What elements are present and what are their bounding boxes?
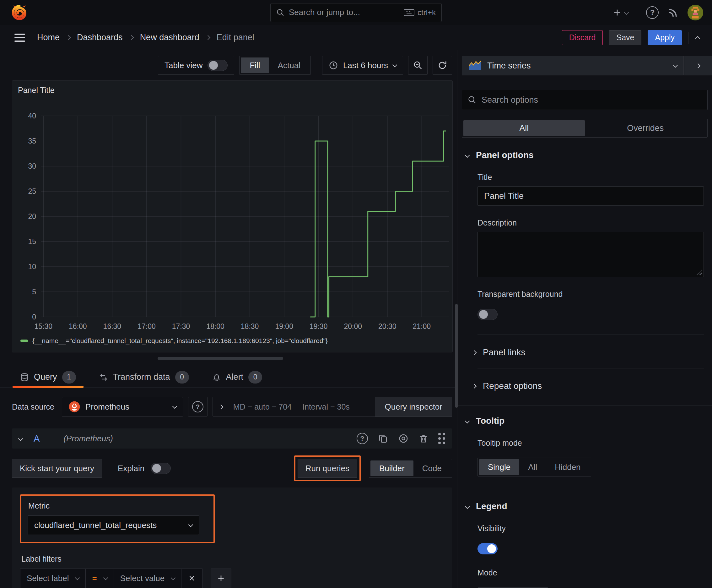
chevron-down-icon	[188, 522, 193, 527]
select-value-dropdown[interactable]: Select value	[114, 569, 182, 588]
fill-option[interactable]: Fill	[241, 58, 269, 73]
options-search-input[interactable]: Search options	[462, 90, 708, 110]
run-queries-button[interactable]: Run queries	[298, 459, 357, 478]
query-datasource-name: (Prometheus)	[63, 434, 113, 443]
chart-panel[interactable]: Panel Title 051015202530354015:3016:0016…	[12, 80, 453, 352]
legend-visibility-toggle[interactable]	[477, 543, 498, 554]
save-button[interactable]: Save	[609, 30, 641, 45]
query-options-bar: MD = auto = 704 Interval = 30s Query ins…	[213, 397, 452, 417]
chevron-down-icon	[465, 504, 470, 509]
toggle-viz-picker-button[interactable]	[684, 56, 712, 76]
tooltip-hidden-option[interactable]: Hidden	[546, 459, 589, 475]
svg-text:15: 15	[28, 237, 36, 246]
grafana-logo-icon[interactable]	[11, 4, 28, 21]
transparent-background-toggle[interactable]	[477, 309, 498, 320]
add-filter-button[interactable]	[211, 569, 231, 588]
legend-series-label[interactable]: {__name__="cloudflared_tunnel_total_requ…	[33, 337, 328, 344]
kickstart-query-button[interactable]: Kick start your query	[12, 459, 102, 478]
tooltip-all-option[interactable]: All	[519, 459, 546, 475]
select-label-dropdown[interactable]: Select label	[20, 569, 86, 588]
tab-overrides[interactable]: Overrides	[585, 120, 706, 136]
global-search-input[interactable]: Search or jump to... ctrl+k	[270, 3, 442, 22]
options-pane: Time series Search options All Overrides	[457, 50, 712, 588]
collapse-chevron-up-icon[interactable]	[695, 36, 700, 41]
bell-icon	[212, 373, 221, 382]
query-help-icon[interactable]: ?	[357, 433, 368, 444]
delete-query-trash-icon[interactable]	[419, 434, 428, 443]
remove-filter-button[interactable]	[181, 569, 202, 588]
add-new-button[interactable]	[613, 8, 628, 17]
svg-text:16:00: 16:00	[69, 322, 87, 331]
svg-text:18:00: 18:00	[206, 322, 224, 331]
tooltip-single-option[interactable]: Single	[479, 459, 519, 475]
query-inspector-button[interactable]: Query inspector	[375, 397, 452, 417]
time-range-picker[interactable]: Last 6 hours	[322, 56, 403, 75]
disable-query-eye-icon[interactable]	[398, 434, 409, 443]
actual-option[interactable]: Actual	[269, 58, 309, 73]
editor-tabs: Query 1 Transform data 0 Alert	[0, 367, 457, 387]
explain-toggle[interactable]	[151, 463, 171, 474]
panel-options-section-header[interactable]: Panel options	[457, 138, 712, 160]
description-label: Description	[477, 218, 712, 227]
visualization-picker[interactable]: Time series	[462, 56, 684, 76]
tab-transform-data[interactable]: Transform data 0	[92, 367, 196, 387]
legend-section-header[interactable]: Legend	[457, 491, 712, 511]
breadcrumb: Home Dashboards New dashboard Edit panel	[37, 33, 254, 42]
query-row-header[interactable]: A (Prometheus) ?	[12, 428, 452, 448]
alert-count-badge: 0	[248, 371, 262, 383]
tooltip-section-header[interactable]: Tooltip	[457, 406, 712, 426]
description-textarea[interactable]	[477, 232, 704, 277]
builder-code-segment: Builder Code	[369, 459, 452, 478]
tab-transform-label: Transform data	[113, 372, 170, 382]
operator-dropdown[interactable]: =	[86, 569, 114, 588]
datasource-value: Prometheus	[85, 402, 168, 412]
horizontal-scrollbar[interactable]	[157, 357, 283, 360]
time-range-label: Last 6 hours	[343, 61, 388, 70]
svg-text:5: 5	[32, 288, 36, 296]
repeat-options-section[interactable]: Repeat options	[457, 369, 712, 391]
resize-handle[interactable]	[696, 270, 702, 275]
panel-links-section[interactable]: Panel links	[457, 335, 712, 357]
plus-icon	[217, 574, 225, 582]
code-option[interactable]: Code	[413, 460, 451, 476]
expand-options-chevron[interactable]	[218, 404, 223, 409]
run-queries-annotation-box: Run queries	[294, 456, 361, 481]
table-view-toggle[interactable]	[208, 60, 228, 71]
metric-select[interactable]: cloudflared_tunnel_total_requests	[28, 516, 199, 535]
builder-option[interactable]: Builder	[370, 460, 413, 476]
datasource-help-button[interactable]: ?	[188, 397, 208, 417]
apply-button[interactable]: Apply	[648, 30, 682, 45]
chevron-right-icon	[472, 383, 477, 388]
breadcrumb-home[interactable]: Home	[37, 33, 60, 42]
close-icon	[188, 575, 195, 582]
query-editor: Data source Prometheus ?	[0, 387, 457, 588]
refresh-button[interactable]	[433, 56, 452, 75]
drag-handle-icon[interactable]	[438, 433, 445, 444]
help-button[interactable]: ?	[646, 6, 659, 19]
discard-button[interactable]: Discard	[562, 30, 603, 45]
tab-query[interactable]: Query 1	[13, 367, 84, 387]
datasource-picker[interactable]: Prometheus	[62, 397, 183, 417]
chevron-down-icon	[673, 63, 678, 67]
svg-text:17:00: 17:00	[137, 322, 156, 331]
svg-text:25: 25	[28, 187, 36, 195]
breadcrumb-new-dashboard[interactable]: New dashboard	[140, 33, 199, 42]
menu-toggle-button[interactable]	[15, 34, 25, 42]
chart-legend[interactable]: {__name__="cloudflared_tunnel_total_requ…	[20, 337, 328, 344]
fill-actual-segment: Fill Actual	[239, 56, 310, 75]
breadcrumb-dashboards[interactable]: Dashboards	[77, 33, 123, 42]
time-series-chart[interactable]: 051015202530354015:3016:0016:3017:0017:3…	[12, 81, 452, 334]
duplicate-query-icon[interactable]	[378, 434, 388, 443]
collapse-query-chevron[interactable]	[18, 436, 23, 441]
tab-all[interactable]: All	[463, 120, 585, 136]
zoom-out-button[interactable]	[408, 56, 428, 75]
svg-text:17:30: 17:30	[172, 322, 190, 331]
query-count-badge: 1	[62, 371, 76, 383]
vertical-scrollbar[interactable]	[455, 304, 458, 408]
table-view-label: Table view	[165, 61, 202, 70]
title-input[interactable]: Panel Title	[477, 186, 704, 206]
user-avatar[interactable]	[688, 5, 703, 20]
tab-alert[interactable]: Alert 0	[205, 367, 270, 387]
transform-count-badge: 0	[175, 371, 189, 383]
news-rss-icon[interactable]	[667, 7, 679, 18]
